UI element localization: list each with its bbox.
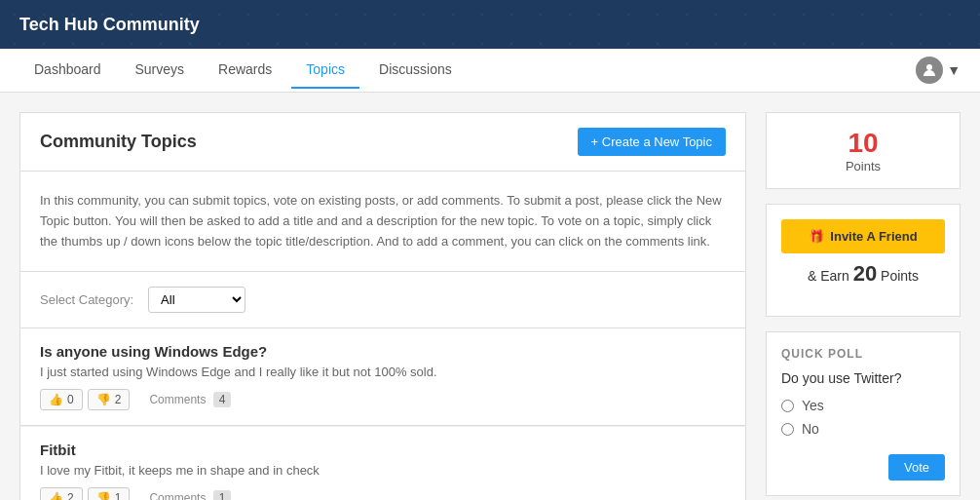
topic-actions: 👍 2 👎 1 Comments 1 [40, 487, 726, 500]
upvote-button[interactable]: 👍 2 [40, 487, 83, 500]
create-topic-button[interactable]: + Create a New Topic [578, 128, 726, 156]
downvote-button[interactable]: 👎 1 [88, 487, 131, 500]
upvote-button[interactable]: 👍 0 [40, 389, 83, 410]
invite-section: 🎁 Invite A Friend & Earn 20 Points [766, 204, 961, 317]
nav-dashboard[interactable]: Dashboard [19, 52, 116, 89]
nav-rewards[interactable]: Rewards [204, 52, 286, 89]
nav-surveys[interactable]: Surveys [121, 52, 200, 89]
nav-discussions[interactable]: Discussions [364, 52, 467, 89]
poll-section-title: QUICK POLL [781, 347, 945, 361]
topics-header: Community Topics + Create a New Topic [19, 112, 746, 172]
upvote-count: 0 [67, 393, 74, 406]
downvote-button[interactable]: 👎 2 [88, 389, 131, 410]
poll-radio-no[interactable] [781, 423, 794, 436]
thumbs-up-icon: 👍 [49, 393, 63, 406]
poll-option-no-label: No [802, 421, 819, 437]
poll-question: Do you use Twitter? [781, 370, 945, 386]
user-dropdown-arrow: ▼ [947, 62, 961, 78]
earn-prefix: & Earn [808, 268, 849, 284]
thumbs-down-icon: 👎 [96, 491, 111, 500]
poll-box: QUICK POLL Do you use Twitter? Yes No Vo… [766, 331, 961, 496]
user-avatar-icon [916, 57, 943, 84]
points-label: Points [781, 159, 945, 173]
site-title: Tech Hub Community [19, 15, 200, 35]
poll-option-no[interactable]: No [781, 421, 945, 437]
topic-title: Is anyone using Windows Edge? [40, 343, 726, 360]
thumbs-down-icon: 👎 [96, 393, 111, 406]
poll-radio-yes[interactable] [781, 400, 794, 412]
nav-links: Dashboard Surveys Rewards Topics Discuss… [19, 52, 467, 89]
info-text: In this community, you can submit topics… [40, 191, 726, 251]
main-content: Community Topics + Create a New Topic In… [0, 93, 980, 500]
downvote-count: 2 [115, 393, 122, 406]
topic-description: I love my Fitbit, it keeps me in shape a… [40, 463, 726, 478]
topic-actions: 👍 0 👎 2 Comments 4 [40, 389, 726, 410]
invite-button[interactable]: 🎁 Invite A Friend [781, 219, 945, 253]
topic-item: Is anyone using Windows Edge? I just sta… [19, 328, 746, 426]
header: Tech Hub Community [0, 0, 980, 49]
points-box: 10 Points [766, 112, 961, 189]
topic-title: Fitbit [40, 442, 726, 458]
svg-point-0 [926, 64, 932, 70]
right-column: 10 Points 🎁 Invite A Friend & Earn 20 Po… [766, 112, 961, 500]
downvote-count: 1 [115, 491, 122, 500]
page-title: Community Topics [40, 132, 197, 152]
earn-label: Points [881, 268, 919, 284]
comments-count: 4 [213, 392, 232, 407]
invite-btn-label: Invite A Friend [830, 229, 917, 244]
category-label: Select Category: [40, 292, 133, 307]
upvote-count: 2 [67, 491, 74, 500]
nav-topics[interactable]: Topics [291, 52, 359, 89]
points-number: 10 [781, 128, 945, 159]
poll-option-yes-label: Yes [802, 398, 824, 413]
category-select[interactable]: All [148, 287, 245, 313]
topic-item: Fitbit I love my Fitbit, it keeps me in … [19, 426, 746, 500]
earn-number: 20 [853, 261, 877, 286]
comments-link[interactable]: Comments 4 [149, 392, 231, 407]
poll-vote-button[interactable]: Vote [888, 454, 945, 481]
navbar: Dashboard Surveys Rewards Topics Discuss… [0, 49, 980, 93]
thumbs-up-icon: 👍 [49, 491, 63, 500]
gift-icon: 🎁 [809, 229, 824, 244]
category-section: Select Category: All [19, 272, 746, 328]
comments-link[interactable]: Comments 1 [149, 490, 231, 500]
info-box: In this community, you can submit topics… [19, 172, 746, 272]
earn-text: & Earn 20 Points [781, 261, 945, 287]
user-menu[interactable]: ▼ [916, 57, 961, 84]
left-column: Community Topics + Create a New Topic In… [19, 112, 746, 500]
topic-description: I just started using Windows Edge and I … [40, 365, 726, 379]
poll-option-yes[interactable]: Yes [781, 398, 945, 413]
comments-count: 1 [213, 490, 232, 500]
